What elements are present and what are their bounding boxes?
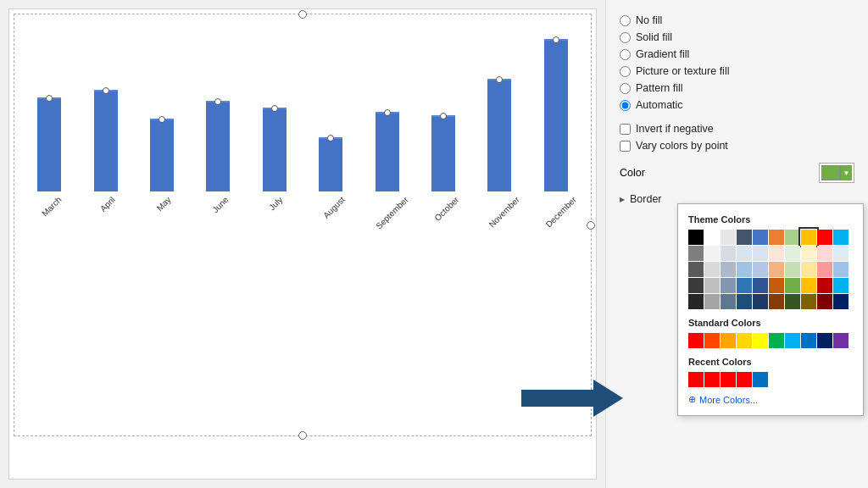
theme-color-23[interactable] xyxy=(737,262,752,277)
resize-handle-bottom[interactable] xyxy=(298,431,307,440)
recent-color-3[interactable] xyxy=(737,372,752,387)
theme-color-34[interactable] xyxy=(753,278,768,293)
theme-color-42[interactable] xyxy=(721,294,736,309)
theme-colors-title: Theme Colors xyxy=(688,214,853,225)
bar-5[interactable] xyxy=(319,137,342,191)
radio-solid-fill[interactable] xyxy=(620,32,631,43)
theme-color-4[interactable] xyxy=(753,230,768,245)
radio-no-fill[interactable] xyxy=(620,15,631,26)
standard-color-3[interactable] xyxy=(737,333,752,348)
theme-color-12[interactable] xyxy=(721,246,736,261)
theme-color-7[interactable] xyxy=(801,230,816,245)
theme-color-6[interactable] xyxy=(785,230,800,245)
standard-color-6[interactable] xyxy=(785,333,800,348)
theme-color-37[interactable] xyxy=(801,278,816,293)
color-label: Color xyxy=(620,167,645,179)
radio-automatic[interactable] xyxy=(620,100,631,111)
bar-1[interactable] xyxy=(94,90,118,191)
radio-gradient-fill[interactable] xyxy=(620,49,631,60)
bar-group-2: May xyxy=(139,119,185,204)
theme-color-2[interactable] xyxy=(721,230,736,245)
resize-handle-right[interactable] xyxy=(587,221,595,230)
theme-color-29[interactable] xyxy=(833,262,849,277)
theme-color-0[interactable] xyxy=(688,230,704,245)
right-panel: No fillSolid fillGradient fillPicture or… xyxy=(605,0,868,488)
theme-color-33[interactable] xyxy=(737,278,752,293)
theme-color-36[interactable] xyxy=(785,278,800,293)
theme-color-28[interactable] xyxy=(817,262,832,277)
theme-color-17[interactable] xyxy=(801,246,816,261)
theme-color-3[interactable] xyxy=(737,230,752,245)
theme-color-25[interactable] xyxy=(769,262,784,277)
theme-color-22[interactable] xyxy=(721,262,736,277)
radio-label-pattern-fill: Pattern fill xyxy=(636,82,683,94)
standard-color-0[interactable] xyxy=(688,333,704,348)
recent-color-2[interactable] xyxy=(721,372,736,387)
theme-color-48[interactable] xyxy=(817,294,832,309)
theme-color-38[interactable] xyxy=(817,278,832,293)
theme-color-1[interactable] xyxy=(704,230,720,245)
theme-color-40[interactable] xyxy=(688,294,704,309)
theme-color-46[interactable] xyxy=(785,294,800,309)
theme-color-20[interactable] xyxy=(688,262,704,277)
bar-6[interactable] xyxy=(376,112,399,191)
standard-color-5[interactable] xyxy=(769,333,784,348)
theme-color-49[interactable] xyxy=(833,294,849,309)
theme-color-9[interactable] xyxy=(833,230,849,245)
theme-color-19[interactable] xyxy=(833,246,849,261)
bar-2[interactable] xyxy=(150,119,174,191)
standard-color-8[interactable] xyxy=(817,333,832,348)
standard-color-4[interactable] xyxy=(753,333,768,348)
theme-color-31[interactable] xyxy=(704,278,720,293)
theme-color-18[interactable] xyxy=(817,246,832,261)
bar-3[interactable] xyxy=(206,101,230,191)
bar-9[interactable] xyxy=(544,39,568,191)
bar-8[interactable] xyxy=(487,79,511,191)
standard-color-2[interactable] xyxy=(721,333,736,348)
theme-color-10[interactable] xyxy=(688,246,704,261)
theme-color-43[interactable] xyxy=(737,294,752,309)
theme-color-24[interactable] xyxy=(753,262,768,277)
color-dropdown-arrow[interactable]: ▼ xyxy=(840,165,852,180)
bar-0[interactable] xyxy=(37,97,61,191)
theme-color-26[interactable] xyxy=(785,262,800,277)
bar-group-0: March xyxy=(26,97,72,204)
theme-color-21[interactable] xyxy=(704,262,720,277)
recent-color-0[interactable] xyxy=(688,372,704,387)
theme-color-5[interactable] xyxy=(769,230,784,245)
color-swatch-inner xyxy=(822,174,839,178)
checkbox-label-vary-colors: Vary colors by point xyxy=(636,140,728,152)
theme-color-15[interactable] xyxy=(769,246,784,261)
theme-color-45[interactable] xyxy=(769,294,784,309)
theme-color-8[interactable] xyxy=(817,230,832,245)
theme-color-39[interactable] xyxy=(833,278,849,293)
theme-color-41[interactable] xyxy=(704,294,720,309)
checkbox-vary-colors[interactable] xyxy=(620,141,631,152)
theme-color-44[interactable] xyxy=(753,294,768,309)
theme-color-30[interactable] xyxy=(688,278,704,293)
standard-color-9[interactable] xyxy=(833,333,849,348)
recent-color-1[interactable] xyxy=(704,372,720,387)
theme-color-16[interactable] xyxy=(785,246,800,261)
fill-options-section: No fillSolid fillGradient fillPicture or… xyxy=(606,8,868,117)
theme-color-47[interactable] xyxy=(801,294,816,309)
bar-wrapper-7 xyxy=(420,115,466,191)
bar-group-8: November xyxy=(476,79,522,204)
bar-7[interactable] xyxy=(431,115,455,191)
standard-color-1[interactable] xyxy=(704,333,720,348)
theme-color-27[interactable] xyxy=(801,262,816,277)
radio-pattern-fill[interactable] xyxy=(620,83,631,94)
radio-picture-texture-fill[interactable] xyxy=(620,66,631,77)
recent-color-4[interactable] xyxy=(753,372,768,387)
more-colors-link[interactable]: ⊕ More Colors... xyxy=(688,394,853,405)
theme-color-11[interactable] xyxy=(704,246,720,261)
standard-color-7[interactable] xyxy=(801,333,816,348)
color-button[interactable]: ▼ xyxy=(819,163,854,183)
bar-4[interactable] xyxy=(263,108,287,191)
bar-wrapper-2 xyxy=(139,119,185,191)
theme-color-32[interactable] xyxy=(721,278,736,293)
checkbox-invert-negative[interactable] xyxy=(620,124,631,135)
theme-color-14[interactable] xyxy=(753,246,768,261)
theme-color-13[interactable] xyxy=(737,246,752,261)
theme-color-35[interactable] xyxy=(769,278,784,293)
